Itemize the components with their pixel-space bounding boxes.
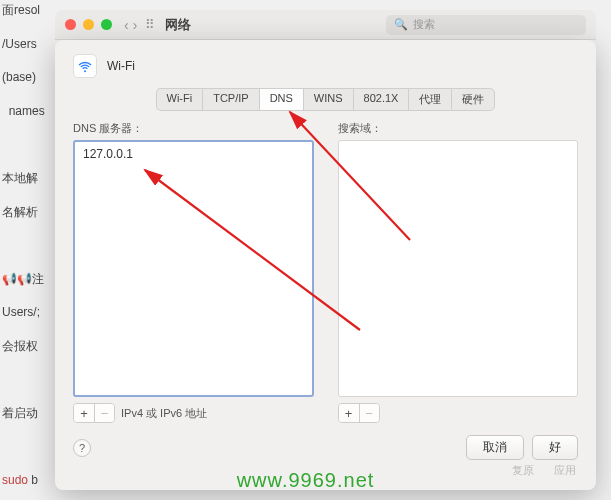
nav-arrows: ‹ ›	[124, 17, 137, 33]
tab-wins[interactable]: WINS	[303, 88, 353, 111]
window-toolbar: ‹ › ⠿ 网络 🔍 搜索	[55, 10, 596, 40]
dns-servers-label: DNS 服务器：	[73, 121, 314, 136]
tab-wifi[interactable]: Wi-Fi	[156, 88, 203, 111]
forward-button[interactable]: ›	[133, 17, 138, 33]
revert-hint: 复原	[512, 463, 534, 478]
grid-icon[interactable]: ⠿	[145, 17, 155, 32]
sheet-footer: ? 取消 好	[73, 435, 578, 460]
tab-dns[interactable]: DNS	[259, 88, 303, 111]
search-domains-list[interactable]	[338, 140, 579, 397]
watermark: www.9969.net	[237, 469, 375, 492]
ok-button[interactable]: 好	[532, 435, 578, 460]
dns-entry[interactable]: 127.0.0.1	[75, 142, 312, 166]
close-window-button[interactable]	[65, 19, 76, 30]
search-domains-footer: + −	[338, 403, 579, 423]
zoom-window-button[interactable]	[101, 19, 112, 30]
dns-footer: + − IPv4 或 IPv6 地址	[73, 403, 314, 423]
help-button[interactable]: ?	[73, 439, 91, 457]
tab-[interactable]: 代理	[408, 88, 451, 111]
window-title: 网络	[165, 16, 191, 34]
search-domains-column: 搜索域： + −	[338, 121, 579, 423]
search-placeholder: 搜索	[413, 17, 435, 32]
dns-hint: IPv4 或 IPv6 地址	[121, 406, 207, 421]
tab-[interactable]: 硬件	[451, 88, 495, 111]
network-sheet: Wi-Fi Wi-FiTCP/IPDNSWINS802.1X代理硬件 DNS 服…	[55, 40, 596, 490]
cancel-button[interactable]: 取消	[466, 435, 524, 460]
search-domains-label: 搜索域：	[338, 121, 579, 136]
apply-hint: 应用	[554, 463, 576, 478]
search-add-remove: + −	[338, 403, 380, 423]
minimize-window-button[interactable]	[83, 19, 94, 30]
traffic-lights	[65, 19, 112, 30]
dns-servers-list[interactable]: 127.0.0.1	[73, 140, 314, 397]
tab-8021x[interactable]: 802.1X	[353, 88, 409, 111]
background-text: 面resol /Users (base) names 本地解 名解析 📢📢注 U…	[0, 0, 50, 500]
back-button[interactable]: ‹	[124, 17, 129, 33]
sheet-title: Wi-Fi	[107, 59, 135, 73]
dns-add-button[interactable]: +	[74, 404, 94, 422]
sheet-header: Wi-Fi	[73, 54, 578, 78]
search-remove-button[interactable]: −	[359, 404, 379, 422]
columns: DNS 服务器： 127.0.0.1 + − IPv4 或 IPv6 地址 搜索…	[73, 121, 578, 423]
search-input[interactable]: 🔍 搜索	[386, 15, 586, 35]
search-icon: 🔍	[394, 18, 408, 31]
dns-remove-button[interactable]: −	[94, 404, 114, 422]
tab-bar: Wi-FiTCP/IPDNSWINS802.1X代理硬件	[73, 88, 578, 111]
tab-tcpip[interactable]: TCP/IP	[202, 88, 258, 111]
dns-add-remove: + −	[73, 403, 115, 423]
search-add-button[interactable]: +	[339, 404, 359, 422]
wifi-icon	[73, 54, 97, 78]
dns-servers-column: DNS 服务器： 127.0.0.1 + − IPv4 或 IPv6 地址	[73, 121, 314, 423]
